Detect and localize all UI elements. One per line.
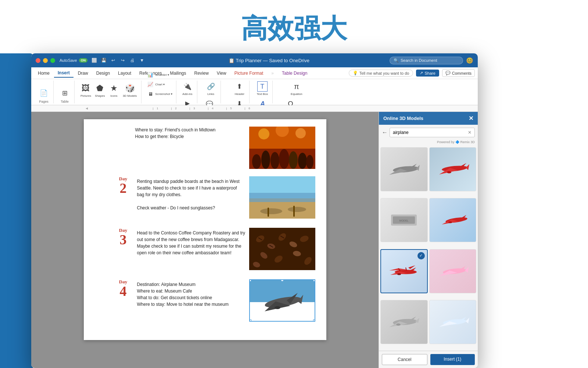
- tab-view[interactable]: View: [213, 69, 230, 77]
- day3-content: Head to the Contoso Coffee Company Roast…: [137, 228, 245, 256]
- tell-me-box[interactable]: 💡 Tell me what you want to do: [349, 70, 413, 77]
- panel-close-button[interactable]: ✕: [469, 115, 473, 122]
- model3-svg: MODEL: [387, 209, 420, 231]
- model-card-3[interactable]: MODEL: [380, 198, 428, 242]
- redo-icon[interactable]: ↪: [119, 57, 126, 64]
- chart-button[interactable]: 📈 Chart ▾: [146, 80, 173, 89]
- search-icon: 🔍: [394, 58, 399, 63]
- maximize-button[interactable]: [50, 58, 55, 63]
- tab-review[interactable]: Review: [191, 69, 212, 77]
- panel-cancel-button[interactable]: Cancel: [382, 354, 427, 365]
- pages-button[interactable]: 📄: [37, 87, 50, 99]
- pages-label: Pages: [39, 100, 49, 103]
- shapes-button[interactable]: ⬟ Shapes: [93, 82, 107, 98]
- screenshot-button[interactable]: 🖥 Screenshot ▾: [146, 89, 173, 98]
- share-label: Share: [424, 71, 435, 75]
- tab-home[interactable]: Home: [34, 69, 53, 77]
- model-1-image: [381, 148, 427, 191]
- equation-button[interactable]: π Equation: [289, 81, 304, 96]
- share-button[interactable]: ↗ Share: [416, 70, 439, 77]
- header-button[interactable]: ⬆ Header: [233, 81, 246, 96]
- model-card-7[interactable]: [380, 300, 428, 344]
- entry-top: Where to stay: Friend's couch in Midtown…: [113, 127, 315, 169]
- model5-svg: [387, 260, 420, 282]
- document-title-area: 📋 Trip Planner — Saved to OneDrive: [148, 58, 390, 63]
- svg-point-8: [306, 155, 313, 169]
- ruler: ◀ | 1 | 2 | 3 | 4 | 5 | 6: [31, 105, 478, 112]
- tell-me-text: Tell me what you want to do: [359, 71, 409, 75]
- svg-rect-18: [293, 206, 295, 217]
- panel-search-clear-button[interactable]: ✕: [468, 130, 472, 135]
- svg-rect-17: [268, 208, 269, 217]
- model-card-1[interactable]: [380, 147, 428, 191]
- save-icon[interactable]: 💾: [100, 57, 107, 64]
- autosave-label: AutoSave: [60, 58, 77, 63]
- tab-table-design[interactable]: Table Design: [278, 69, 311, 77]
- tab-draw[interactable]: Draw: [74, 69, 92, 77]
- panel-search-input[interactable]: airplane ✕: [390, 128, 475, 137]
- ribbon: Home Insert Draw Design Layout Reference…: [31, 67, 478, 105]
- model-card-8[interactable]: [429, 300, 477, 344]
- smartart-button[interactable]: 📊 SmartArt ▾: [146, 70, 173, 79]
- model-card-2[interactable]: [429, 147, 477, 191]
- panel-insert-button[interactable]: Insert (1): [430, 354, 475, 365]
- beach-image: [249, 176, 315, 219]
- minimize-button[interactable]: [43, 58, 48, 63]
- table-button[interactable]: ⊞: [58, 87, 71, 99]
- ribbon-group-text: T Text Box A WordArt A↓ Drop Cap: [251, 81, 273, 103]
- comments-button[interactable]: 💬 Comments: [442, 69, 475, 77]
- panel-model-grid[interactable]: MODEL: [379, 146, 478, 351]
- model-card-5[interactable]: ✓: [380, 249, 428, 293]
- doc-icon[interactable]: ⬜: [90, 57, 98, 64]
- concert-image: [249, 127, 315, 169]
- header-label: Header: [235, 92, 244, 96]
- links-button[interactable]: 🔗 Links: [204, 81, 218, 96]
- panel-search-value: airplane: [393, 130, 409, 135]
- shapes-label: Shapes: [95, 94, 105, 98]
- panel-title: Online 3D Models: [383, 116, 423, 121]
- model-card-6[interactable]: [429, 249, 477, 293]
- close-button[interactable]: [36, 58, 40, 63]
- tab-picture-format[interactable]: Picture Format: [231, 69, 267, 77]
- autosave-toggle[interactable]: ON: [79, 58, 88, 63]
- links-icon: 🔗: [206, 81, 216, 92]
- tab-insert[interactable]: Insert: [54, 69, 74, 78]
- day2-section: Day 2 Renting standup paddle boards at t…: [113, 176, 315, 219]
- day2-num: 2: [120, 181, 127, 195]
- icons-button[interactable]: ★ Icons: [107, 82, 121, 98]
- model-4-image: [430, 198, 476, 242]
- svg-point-5: [279, 149, 289, 169]
- svg-point-9: [258, 128, 269, 139]
- svg-point-11: [295, 128, 306, 138]
- pictures-label: Pictures: [80, 94, 91, 98]
- svg-point-40: [275, 306, 280, 309]
- svg-marker-77: [466, 318, 469, 323]
- share-icon: ↗: [420, 71, 423, 75]
- tab-layout[interactable]: Layout: [114, 69, 135, 77]
- textbox-button[interactable]: T Text Box: [255, 81, 269, 96]
- print-icon[interactable]: 🖨: [129, 57, 136, 64]
- document-area[interactable]: Where to stay: Friend's couch in Midtown…: [31, 112, 379, 368]
- search-text: Search in Document: [401, 58, 437, 63]
- links-label: Links: [207, 92, 214, 96]
- tab-design[interactable]: Design: [93, 69, 114, 77]
- panel-powered-by: Powered by 🔷 Remix 3D: [379, 140, 478, 146]
- addins-button[interactable]: 🔌 Add-ins: [181, 81, 194, 96]
- ribbon-controls: 📄 Pages ⊞ Table 🖼 Pict: [31, 79, 478, 105]
- 3dmodels-button[interactable]: 🎲 3D Models: [121, 82, 138, 98]
- svg-point-7: [298, 153, 307, 169]
- entry-top-line1: Where to stay: Friend's couch in Midtown: [135, 127, 245, 133]
- chart-label: Chart ▾: [155, 83, 165, 86]
- 3d-models-panel: Online 3D Models ✕ ← airplane ✕ Powered …: [379, 112, 478, 368]
- panel-back-button[interactable]: ←: [382, 129, 388, 136]
- customize-icon[interactable]: ▼: [138, 57, 146, 64]
- day3-section: Day 3 Head to the Contoso Coffee Company…: [113, 228, 315, 270]
- ribbon-group-illustrations: 📊 SmartArt ▾ 📈 Chart ▾ 🖥 Screenshot ▾: [143, 81, 176, 103]
- model-card-4[interactable]: [429, 198, 477, 242]
- search-box[interactable]: 🔍 Search in Document: [390, 57, 463, 64]
- pictures-button[interactable]: 🖼 Pictures: [79, 82, 93, 98]
- undo-icon[interactable]: ↩: [110, 57, 117, 64]
- airplane-photo-svg: [250, 280, 315, 321]
- smiley-icon[interactable]: 😊: [466, 57, 473, 64]
- equation-icon: π: [291, 81, 302, 92]
